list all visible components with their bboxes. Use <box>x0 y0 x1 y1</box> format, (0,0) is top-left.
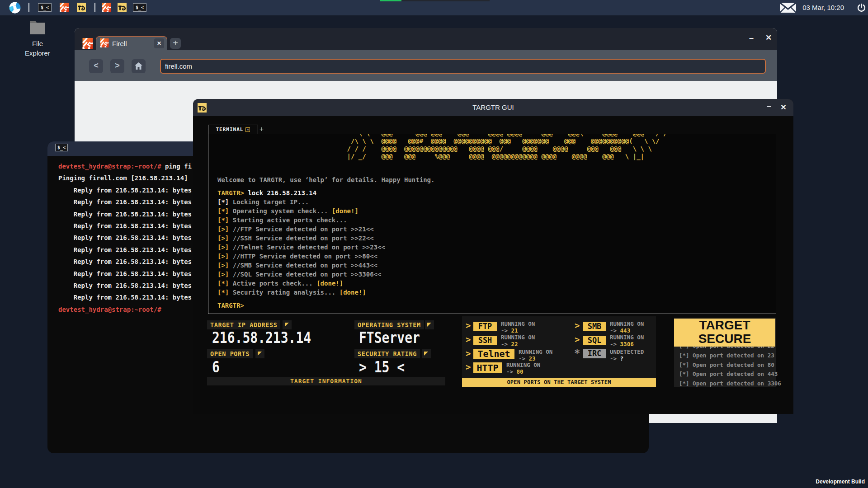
targtr-prompt: TARGTR> <box>217 189 244 197</box>
target-information-bar: TARGET INFORMATION <box>207 377 445 385</box>
arrow-to: -> <box>519 355 525 362</box>
service-ftp[interactable]: FTP <box>473 322 497 331</box>
edit-rating-icon[interactable] <box>422 349 431 358</box>
running-on-label: RUNNING ON <box>501 334 535 341</box>
service-irc[interactable]: IRC <box>583 349 606 358</box>
mail-icon[interactable] <box>780 3 796 14</box>
targtr-titlebar[interactable]: TARGTR GUI – ✕ <box>193 99 793 116</box>
browser-tab-firell[interactable]: Firell ✕ <box>96 36 167 51</box>
undetected-label: UNDETECTED <box>610 348 644 355</box>
back-button[interactable]: < <box>89 59 103 73</box>
service-arrow: > <box>575 334 580 344</box>
line-bracket: [>] <box>217 235 229 242</box>
target-ip-label: TARGET IP ADDRESS <box>207 320 280 329</box>
line-text: //SSH Service detected on port >>22<< <box>229 235 373 242</box>
telnet-port: -> 23 <box>519 355 536 362</box>
service-telnet[interactable]: Telnet <box>473 349 514 359</box>
line-text: //SQL Service detected on port >>3306<< <box>229 271 381 278</box>
taskbar-targtr-open-icon[interactable] <box>118 3 127 14</box>
ascii-logo: \ \ @@@ @@@ @@@ @@@ @@@@ @@@@ @@@ @@@\ @… <box>217 134 776 160</box>
edit-ports-icon[interactable] <box>255 349 264 358</box>
taskbar-firell-open-icon[interactable] <box>102 3 111 14</box>
targtr-new-tab-button[interactable]: + <box>259 125 264 133</box>
open-port-line: [*] Open port detected on 443 <box>679 370 781 379</box>
taskbar-terminal-open-icon[interactable]: $_< <box>133 3 146 12</box>
url-address-bar[interactable]: firell.com <box>160 59 766 74</box>
service-arrow: > <box>466 348 471 358</box>
line-bracket: [*] <box>217 216 229 224</box>
power-icon[interactable] <box>857 4 866 14</box>
open-port-line: [*] Open port detected on 23 <box>679 351 781 361</box>
line-bracket: [>] <box>217 271 229 278</box>
edit-ip-icon[interactable] <box>283 320 292 329</box>
taskbar-terminal-icon[interactable]: $_< <box>38 3 52 12</box>
targtr-terminal-tab[interactable]: TERMINAL ✕ <box>208 125 258 134</box>
home-button[interactable] <box>132 59 146 73</box>
line-text: //FTP Service detected on port >>21<< <box>229 225 373 233</box>
line-text: //Telnet Service detected on port >>23<< <box>229 244 385 251</box>
line-bracket: [*] <box>217 289 229 296</box>
targtr-terminal-output: Welcome to TARGTR, use ‘help’ for detail… <box>217 175 776 310</box>
shell-prompt: devtest_hydra@strap:~root/# <box>58 306 161 313</box>
browser-close-button[interactable]: ✕ <box>764 33 773 42</box>
arrow-to: -> <box>610 327 617 334</box>
tab-close-icon[interactable]: ✕ <box>245 127 250 132</box>
port-number: 80 <box>517 368 524 375</box>
ping-reply-line: Reply from 216.58.213.14: bytes <box>58 234 192 241</box>
edit-os-icon[interactable] <box>425 320 434 329</box>
forward-button[interactable]: > <box>110 59 124 73</box>
terminal-badge-label: $_< <box>136 5 144 10</box>
operating-system-value: FTServer <box>359 329 420 347</box>
service-arrow: > <box>466 334 471 344</box>
service-sql[interactable]: SQL <box>583 336 606 345</box>
service-ssh[interactable]: SSH <box>473 336 497 345</box>
port-number: 23 <box>529 355 536 362</box>
taskbar-divider <box>94 3 95 12</box>
os-logo-icon[interactable] <box>9 2 21 15</box>
line-text: Operating system check... <box>229 207 332 215</box>
service-http[interactable]: HTTP <box>473 362 502 373</box>
ascii-art-line: \ \ @@@ @@@ @@@ @@@ @@@@ @@@@ @@@ @@@\ @… <box>217 134 776 137</box>
ssh-port: -> 22 <box>501 341 518 347</box>
open-ports-bar: OPEN PORTS ON THE TARGET SYSTEM <box>462 378 656 387</box>
ascii-art-line: |/ _/ @@@ @@@ %@@@ @@@@ @@@@@@@@@@@@ @@@… <box>217 153 776 160</box>
port-number: 443 <box>620 327 631 334</box>
new-tab-button[interactable]: + <box>170 38 181 49</box>
line-text: Active ports check... <box>229 280 316 287</box>
ascii-art-line: /\ \ \ @@@@ @@@# @@@@ @@@@@@@@@@ @@@ @@@… <box>217 137 776 145</box>
open-ports-label: OPEN PORTS <box>207 349 253 358</box>
ping-reply-line: Reply from 216.58.213.14: bytes <box>58 222 192 230</box>
target-secure-panel: [*] Open port detected on 22[*] Open por… <box>674 318 776 387</box>
banner-line: SECURE <box>674 332 775 346</box>
targtr-terminal-area[interactable]: \ \ @@@ @@@ @@@ @@@ @@@@ @@@@ @@@ @@@\ @… <box>208 134 776 314</box>
ping-reply-line: Reply from 216.58.213.14: bytes <box>58 294 192 301</box>
line-bracket: [*] <box>217 207 229 215</box>
folder-label-line: File <box>21 39 54 48</box>
desktop-file-explorer-icon[interactable]: File Explorer <box>21 18 54 58</box>
ping-reply-line: Reply from 216.58.213.14: bytes <box>58 198 192 206</box>
folder-icon <box>29 18 46 35</box>
targtr-minimize-button[interactable]: – <box>765 102 773 111</box>
arrow-to: -> <box>610 341 617 347</box>
line-text: //HTTP Service detected on port >>80<< <box>229 253 377 260</box>
terminal-badge-label: $_< <box>57 145 66 150</box>
download-progress-bar <box>380 0 490 1</box>
tab-close-button[interactable]: ✕ <box>154 38 164 48</box>
taskbar-firell-icon[interactable] <box>60 3 69 14</box>
target-secure-banner: TARGET SECURE <box>674 319 775 347</box>
service-arrow: > <box>466 320 471 330</box>
irc-port: -> ? <box>610 355 623 362</box>
service-star: * <box>574 347 580 359</box>
arrow-to: -> <box>506 368 513 375</box>
browser-titlebar[interactable]: Firell ✕ + – ✕ <box>75 28 777 50</box>
taskbar-targtr-icon[interactable] <box>77 3 86 14</box>
security-rating-label: SECURITY RATING <box>354 349 420 358</box>
terminal-window-icon: $_< <box>55 144 68 151</box>
browser-minimize-button[interactable]: – <box>748 33 755 43</box>
service-smb[interactable]: SMB <box>583 322 606 331</box>
line-text: //SMB Service detected on port >>443<< <box>229 262 377 269</box>
development-build-watermark: Development Build <box>816 479 865 485</box>
targtr-close-button[interactable]: ✕ <box>779 103 788 112</box>
target-ip-value: 216.58.213.14 <box>212 329 311 347</box>
clock[interactable]: 03 Mar, 10:20 <box>802 4 844 11</box>
